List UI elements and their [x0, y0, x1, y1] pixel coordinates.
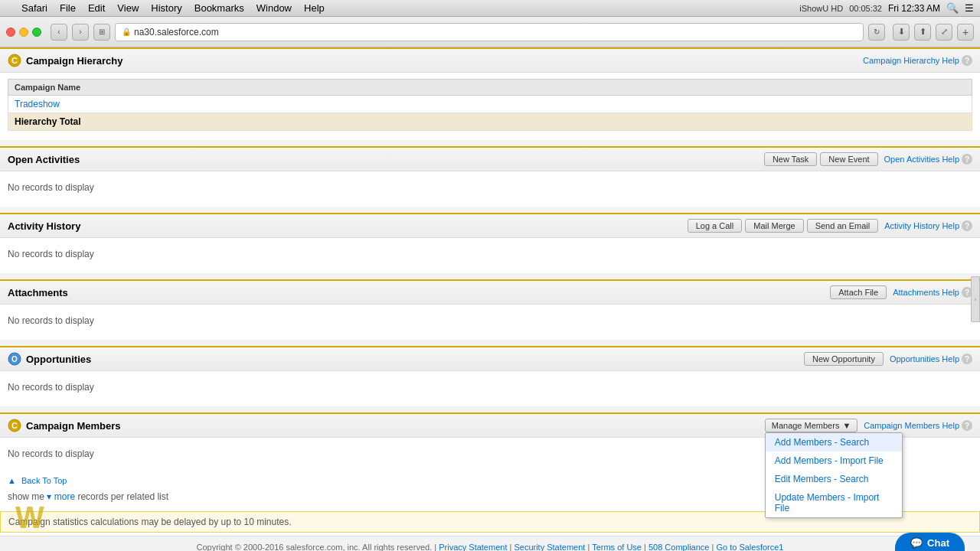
open-activities-actions: New Task New Event [764, 152, 878, 166]
more-link[interactable]: ▾ more [47, 491, 75, 502]
safari-menu[interactable]: Safari [21, 2, 47, 14]
campaign-hierarchy-help-label: Campaign Hierarchy Help [863, 56, 959, 65]
show-me-suffix: records per related list [77, 491, 168, 502]
privacy-link[interactable]: Privacy Statement [439, 543, 507, 551]
activity-history-body: No records to display [0, 238, 980, 273]
campaign-members-label: Campaign Members [26, 420, 121, 432]
view-menu[interactable]: View [117, 2, 139, 14]
traffic-lights [6, 28, 41, 37]
lock-icon: 🔒 [122, 28, 131, 36]
fullscreen-icon[interactable]: ⤢ [936, 24, 952, 41]
forward-button[interactable]: › [72, 24, 89, 41]
file-menu[interactable]: File [60, 2, 76, 14]
new-tab-button[interactable]: + [957, 24, 974, 41]
log-call-button[interactable]: Log a Call [688, 219, 743, 233]
campaign-members-section: C Campaign Members Manage Members ▼ Add … [0, 412, 980, 473]
download-icon[interactable]: ⬇ [893, 24, 910, 41]
opportunities-section: O Opportunities New Opportunity Opportun… [0, 346, 980, 406]
tab-view-button[interactable]: ⊞ [93, 24, 110, 41]
attachments-header: Attachments Attach File Attachments Help… [0, 281, 980, 305]
share-icon[interactable]: ⬆ [914, 24, 931, 41]
new-task-button[interactable]: New Task [764, 152, 817, 166]
tradeshow-cell: Tradeshow [8, 96, 972, 113]
menu-icon[interactable]: ☰ [965, 2, 974, 14]
tradeshow-link[interactable]: Tradeshow [15, 99, 60, 109]
titlebar-menus[interactable]: Safari File Edit View History Bookmarks … [9, 2, 325, 14]
campaign-hierarchy-body: Campaign Name Tradeshow Hierarchy Total [0, 73, 980, 140]
campaign-members-header: C Campaign Members Manage Members ▼ Add … [0, 414, 980, 438]
manage-members-button[interactable]: Manage Members ▼ [765, 419, 858, 432]
separator-1 [0, 140, 980, 146]
back-button[interactable]: ‹ [51, 24, 67, 41]
manage-members-label: Manage Members [772, 421, 840, 430]
reload-button[interactable]: ↻ [868, 24, 885, 41]
opportunities-actions: New Opportunity [804, 352, 884, 366]
add-members-import-item[interactable]: Add Members - Import File [766, 452, 902, 470]
campaign-hierarchy-section: C Campaign Hierarchy Campaign Hierarchy … [0, 47, 980, 140]
help-icon-6: ? [962, 420, 972, 431]
open-activities-empty: No records to display [8, 178, 972, 197]
salesforce1-link[interactable]: Go to Salesforce1 [716, 543, 783, 551]
help-menu[interactable]: Help [304, 2, 325, 14]
campaign-members-help[interactable]: Campaign Members Help ? [864, 420, 972, 431]
search-icon[interactable]: 🔍 [946, 2, 959, 14]
record-app: iShowU HD [799, 4, 843, 13]
back-to-top-label: Back To Top [21, 476, 67, 485]
attachments-help[interactable]: Attachments Help ? [893, 287, 972, 298]
open-activities-help[interactable]: Open Activities Help ? [884, 154, 972, 165]
edit-members-search-item[interactable]: Edit Members - Search [766, 470, 902, 488]
svg-text:C: C [11, 421, 18, 430]
maximize-button[interactable] [32, 28, 41, 37]
opportunities-header: O Opportunities New Opportunity Opportun… [0, 347, 980, 371]
campaign-icon: C [8, 54, 21, 67]
update-members-import-item[interactable]: Update Members - Import File [766, 488, 902, 517]
activity-history-title-wrap: Activity History [8, 220, 80, 232]
attachments-empty: No records to display [8, 311, 972, 331]
sf-content: C Campaign Hierarchy Campaign Hierarchy … [0, 47, 980, 551]
campaign-hierarchy-title: C Campaign Hierarchy [8, 54, 122, 67]
new-opportunity-button[interactable]: New Opportunity [804, 352, 884, 366]
history-menu[interactable]: History [151, 2, 181, 14]
close-button[interactable] [6, 28, 15, 37]
attachments-label: Attachments [8, 287, 68, 298]
terms-link[interactable]: Terms of Use [592, 543, 642, 551]
manage-members-menu: Add Members - Search Add Members - Impor… [765, 432, 903, 518]
attachments-body: No records to display [0, 305, 980, 340]
back-to-top-arrow: ▲ [8, 476, 16, 485]
total-row: Hierarchy Total [8, 113, 972, 131]
bookmarks-menu[interactable]: Bookmarks [194, 2, 244, 14]
new-event-button[interactable]: New Event [820, 152, 877, 166]
sidebar-collapse-handle[interactable]: › [971, 276, 980, 322]
help-icon-3: ? [962, 220, 972, 231]
activity-history-label: Activity History [8, 220, 80, 232]
minimize-button[interactable] [19, 28, 28, 37]
compliance-link[interactable]: 508 Compliance [648, 543, 710, 551]
activity-history-help-label: Activity History Help [884, 221, 959, 230]
hierarchy-table: Campaign Name Tradeshow Hierarchy Total [8, 79, 972, 131]
chat-button[interactable]: 💬 Chat [895, 533, 965, 551]
mail-merge-button[interactable]: Mail Merge [745, 219, 803, 233]
info-bar-text: Campaign statistics calculations may be … [8, 517, 292, 527]
opportunities-body: No records to display [0, 371, 980, 406]
security-link[interactable]: Security Statement [514, 543, 585, 551]
address-bar[interactable]: 🔒 na30.salesforce.com [115, 23, 864, 41]
clock: Fri 12:33 AM [888, 3, 940, 14]
campaign-name-header: Campaign Name [8, 80, 972, 96]
window-menu[interactable]: Window [256, 2, 292, 14]
opportunities-label: Opportunities [26, 354, 91, 365]
activity-history-help[interactable]: Activity History Help ? [884, 220, 972, 231]
svg-text:O: O [11, 355, 18, 364]
add-members-search-item[interactable]: Add Members - Search [766, 433, 902, 452]
campaign-hierarchy-label: Campaign Hierarchy [26, 55, 122, 67]
opportunities-empty: No records to display [8, 377, 972, 397]
opportunities-help[interactable]: Opportunities Help ? [890, 354, 972, 364]
attach-file-button[interactable]: Attach File [830, 285, 887, 299]
campaign-members-title-wrap: C Campaign Members [8, 419, 121, 432]
campaign-hierarchy-header: C Campaign Hierarchy Campaign Hierarchy … [0, 49, 980, 73]
edit-menu[interactable]: Edit [88, 2, 105, 14]
help-icon-5: ? [962, 354, 972, 364]
campaign-hierarchy-help[interactable]: Campaign Hierarchy Help ? [863, 55, 972, 66]
opportunities-icon: O [8, 352, 21, 366]
back-to-top-link[interactable]: ▲ Back To Top [8, 476, 70, 485]
send-email-button[interactable]: Send an Email [807, 219, 879, 233]
